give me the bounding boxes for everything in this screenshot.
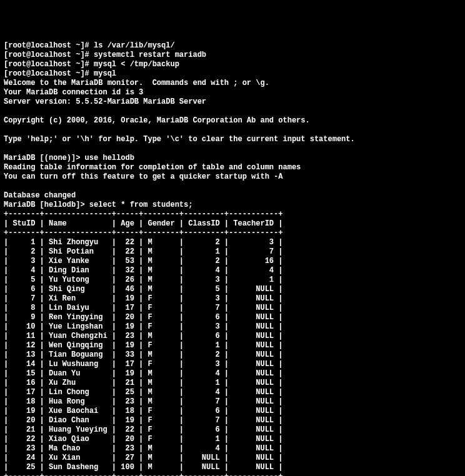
terminal-output[interactable]: [root@localhost ~]# ls /var/lib/mysql/ [… <box>4 41 461 476</box>
